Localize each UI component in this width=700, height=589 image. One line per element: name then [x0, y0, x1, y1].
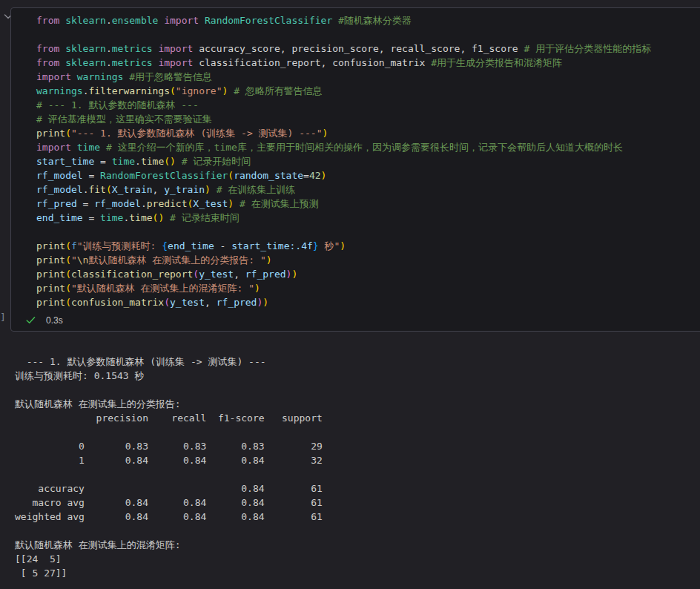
cell-execution-status-bar: 0.3s: [11, 309, 700, 331]
code-line: end_time = time.time() # 记录结束时间: [36, 211, 700, 225]
execution-duration: 0.3s: [46, 315, 63, 326]
code-line: print("默认随机森林 在测试集上的混淆矩阵: "): [36, 281, 700, 295]
code-line: print(confusion_matrix(y_test, rf_pred)): [36, 295, 700, 309]
run-success-check-icon: [25, 315, 36, 326]
code-line: print("\n默认随机森林 在测试集上的分类报告: "): [36, 253, 700, 267]
code-line: print("--- 1. 默认参数随机森林 (训练集 -> 测试集) ---"…: [36, 126, 700, 140]
code-line: # 评估基准模型，这里确实不需要验证集: [36, 112, 700, 126]
code-line: rf_model.fit(X_train, y_train) # 在训练集上训练: [36, 182, 700, 197]
code-line: from sklearn.ensemble import RandomFores…: [36, 13, 700, 27]
cell-output-text: --- 1. 默认参数随机森林 (训练集 -> 测试集) --- 训练与预测耗时…: [15, 356, 323, 579]
code-line: from sklearn.metrics import classificati…: [36, 56, 700, 70]
code-line: # --- 1. 默认参数的随机森林 ---: [36, 98, 700, 112]
code-line: start_time = time.time() # 记录开始时间: [36, 154, 700, 168]
cell-code-editor[interactable]: from sklearn.ensemble import RandomFores…: [11, 8, 700, 309]
execution-count-fragment: ]: [0, 312, 6, 323]
code-line: print(classification_report(y_test, rf_p…: [36, 267, 700, 281]
code-line: rf_pred = rf_model.predict(X_test) # 在测试…: [36, 197, 700, 211]
code-line: print(f"训练与预测耗时: {end_time - start_time:…: [36, 239, 700, 253]
code-line: import time # 这里介绍一个新的库，time库，主要用于时间相关的操…: [36, 140, 700, 154]
code-line: [36, 27, 700, 42]
code-line: from sklearn.metrics import accuracy_sco…: [36, 42, 700, 56]
code-line: [36, 225, 700, 239]
notebook-cell[interactable]: from sklearn.ensemble import RandomFores…: [10, 7, 700, 332]
cell-output: --- 1. 默认参数随机森林 (训练集 -> 测试集) --- 训练与预测耗时…: [15, 340, 323, 580]
code-line: warnings.filterwarnings("ignore") # 忽略所有…: [36, 84, 700, 98]
code-line: import warnings #用于忽略警告信息: [36, 70, 700, 84]
code-line: rf_model = RandomForestClassifier(random…: [36, 168, 700, 182]
